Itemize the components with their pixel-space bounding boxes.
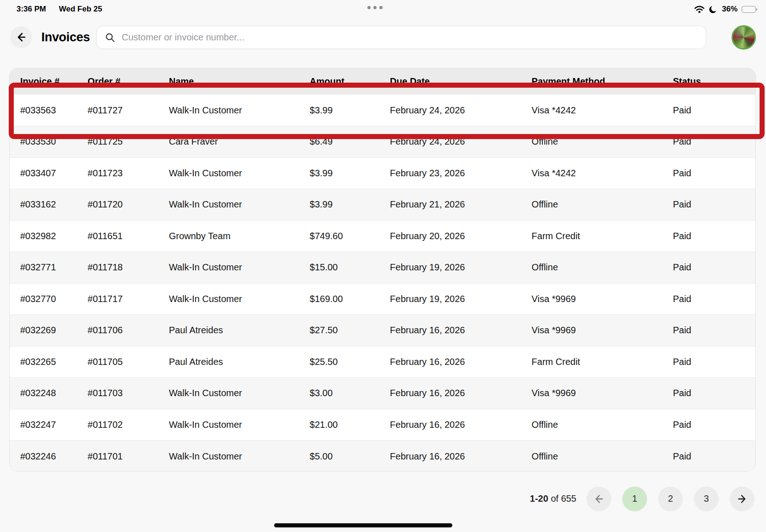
table-cell: Walk-In Customer xyxy=(169,95,310,126)
table-cell: #033563 xyxy=(10,95,88,126)
table-cell: Paid xyxy=(673,409,755,441)
table-cell: #011717 xyxy=(88,283,169,315)
table-cell: Paid xyxy=(673,283,755,315)
table-row[interactable]: #032246#011701Walk-In Customer$5.00Febru… xyxy=(10,441,755,472)
table-cell: February 21, 2026 xyxy=(390,189,532,221)
search-input[interactable] xyxy=(122,32,698,43)
table-row[interactable]: #032771#011718Walk-In Customer$15.00Febr… xyxy=(10,252,755,284)
table-cell: Paid xyxy=(673,189,755,221)
table-cell: #011651 xyxy=(88,220,169,252)
table-cell: Offline xyxy=(532,441,673,472)
table-cell: February 24, 2026 xyxy=(390,95,532,126)
table-row[interactable]: #032982#011651Grownby Team$749.60Februar… xyxy=(10,220,755,252)
table-cell: Paid xyxy=(673,346,755,378)
table-cell: Walk-In Customer xyxy=(169,252,310,284)
column-header: Status xyxy=(673,68,755,95)
table-cell: Paid xyxy=(673,157,755,189)
search-box[interactable] xyxy=(96,26,706,49)
battery-icon xyxy=(742,6,756,13)
table-cell: #011706 xyxy=(88,315,169,347)
table-cell: #011727 xyxy=(88,95,169,126)
table-cell: $5.00 xyxy=(310,441,390,472)
table-cell: February 24, 2026 xyxy=(390,126,532,158)
table-cell: Paid xyxy=(673,378,755,409)
table-cell: Farm Credit xyxy=(532,346,673,378)
table-cell: Cara Fraver xyxy=(169,126,310,158)
table-cell: $3.99 xyxy=(310,157,390,189)
table-cell: $25.50 xyxy=(310,346,390,378)
table-cell: February 23, 2026 xyxy=(390,157,532,189)
table-cell: $749.60 xyxy=(310,220,390,252)
table-cell: $3.00 xyxy=(310,378,390,409)
table-cell: #011702 xyxy=(88,409,169,441)
avatar[interactable] xyxy=(732,25,756,50)
table-cell: February 16, 2026 xyxy=(390,409,532,441)
table-cell: Paid xyxy=(673,441,755,472)
page-title: Invoices xyxy=(41,30,90,45)
table-cell: Paul Atreides xyxy=(169,346,310,378)
table-cell: #032982 xyxy=(10,220,88,252)
table-row[interactable]: #032247#011702Walk-In Customer$21.00Febr… xyxy=(10,409,755,441)
table-cell: Paul Atreides xyxy=(169,315,310,347)
table-row[interactable]: #033162#011720Walk-In Customer$3.99Febru… xyxy=(10,189,755,221)
table-cell: Visa *4242 xyxy=(532,95,673,126)
table-cell: Walk-In Customer xyxy=(169,409,310,441)
table-cell: #033407 xyxy=(10,157,88,189)
table-cell: #032246 xyxy=(10,441,88,472)
table-cell: $27.50 xyxy=(310,315,390,347)
page-button-3[interactable]: 3 xyxy=(694,487,719,511)
table-cell: Visa *9969 xyxy=(532,315,673,347)
column-header: Amount xyxy=(310,68,390,95)
home-indicator[interactable] xyxy=(274,523,452,527)
table-cell: February 16, 2026 xyxy=(390,346,532,378)
table-cell: #032248 xyxy=(10,378,88,409)
table-cell: #011701 xyxy=(88,441,169,472)
column-header: Payment Method xyxy=(532,68,673,95)
table-row[interactable]: #033407#011723Walk-In Customer$3.99Febru… xyxy=(10,157,755,189)
table-row[interactable]: #032248#011703Walk-In Customer$3.00Febru… xyxy=(10,378,755,409)
status-time: 3:36 PM xyxy=(17,5,46,14)
table-cell: February 20, 2026 xyxy=(390,220,532,252)
table-cell: #011725 xyxy=(88,126,169,158)
table-cell: #011703 xyxy=(88,378,169,409)
table-cell: Walk-In Customer xyxy=(169,189,310,221)
table-cell: $6.49 xyxy=(310,126,390,158)
table-cell: #011720 xyxy=(88,189,169,221)
table-row[interactable]: #032269#011706Paul Atreides$27.50Februar… xyxy=(10,315,755,347)
table-cell: Offline xyxy=(532,252,673,284)
back-button[interactable] xyxy=(10,26,32,48)
table-cell: $169.00 xyxy=(310,283,390,315)
table-cell: Grownby Team xyxy=(169,220,310,252)
table-row[interactable]: #033563#011727Walk-In Customer$3.99Febru… xyxy=(10,95,755,126)
multitasking-dots-icon[interactable] xyxy=(367,6,383,9)
table-cell: #011705 xyxy=(88,346,169,378)
table-row[interactable]: #032265#011705Paul Atreides$25.50Februar… xyxy=(10,346,755,378)
table-row[interactable]: #032770#011717Walk-In Customer$169.00Feb… xyxy=(10,283,755,315)
status-bar: 3:36 PM Wed Feb 25 36% xyxy=(0,0,766,17)
right-arrow-icon xyxy=(736,493,748,505)
back-arrow-icon xyxy=(15,31,27,43)
page-button-1[interactable]: 1 xyxy=(622,487,647,511)
table-cell: Paid xyxy=(673,252,755,284)
column-header: Name xyxy=(169,68,310,95)
table-cell: $21.00 xyxy=(310,409,390,441)
table-cell: Paid xyxy=(673,220,755,252)
table-cell: #033162 xyxy=(10,189,88,221)
previous-page-button[interactable] xyxy=(586,487,611,511)
table-row[interactable]: #033530#011725Cara Fraver$6.49February 2… xyxy=(10,126,755,158)
column-header: Invoice # xyxy=(10,68,88,95)
table-cell: February 16, 2026 xyxy=(390,378,532,409)
table-cell: February 19, 2026 xyxy=(390,252,532,284)
left-arrow-icon xyxy=(593,493,605,505)
next-page-button[interactable] xyxy=(730,487,755,511)
table-cell: #032265 xyxy=(10,346,88,378)
page-button-2[interactable]: 2 xyxy=(658,487,683,511)
table-cell: Walk-In Customer xyxy=(169,441,310,472)
table-cell: Walk-In Customer xyxy=(169,157,310,189)
status-date: Wed Feb 25 xyxy=(59,5,102,14)
table-cell: February 16, 2026 xyxy=(390,441,532,472)
table-cell: Paid xyxy=(673,95,755,126)
table-cell: Visa *9969 xyxy=(532,283,673,315)
wifi-icon xyxy=(694,6,705,13)
table-cell: Walk-In Customer xyxy=(169,378,310,409)
